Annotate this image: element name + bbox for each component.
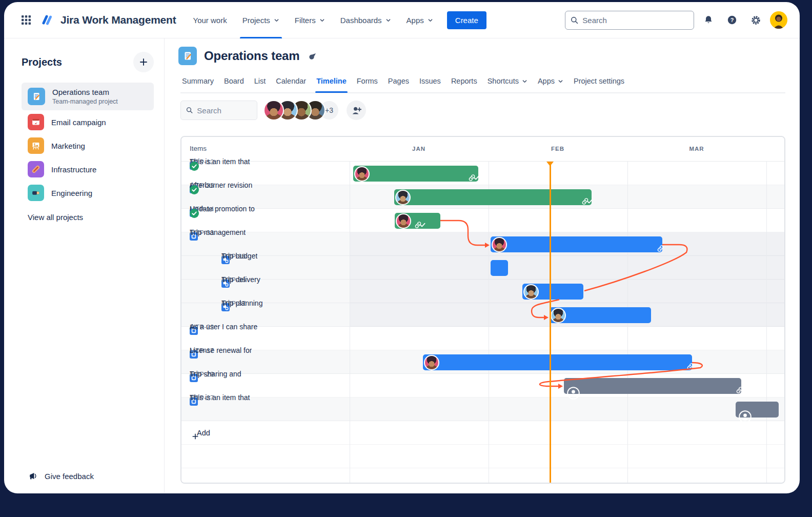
timeline-row-track bbox=[350, 256, 784, 280]
gantt-bar-mtp-29-9[interactable] bbox=[564, 378, 741, 394]
timeline-row-track bbox=[350, 397, 784, 421]
board-search-input[interactable] bbox=[197, 106, 252, 115]
issue-summary: Trip sharing and bbox=[190, 370, 241, 378]
timeline-toolbar: +3 bbox=[180, 101, 366, 120]
nav-item-apps[interactable]: Apps bbox=[399, 2, 441, 38]
sidebar-item-infrastructure[interactable]: Infrastructure bbox=[22, 157, 154, 181]
project-name: Infrastructure bbox=[51, 165, 96, 174]
sidebar-item-email-campaign[interactable]: Email campaign bbox=[22, 110, 154, 134]
board-search bbox=[180, 101, 257, 120]
row-mtp-33-3[interactable]: MTP-33Trip management bbox=[181, 232, 350, 256]
navbar-right: ? bbox=[565, 11, 787, 30]
gantt-bar-mtp-27-10[interactable] bbox=[736, 402, 779, 417]
app-switcher-icon[interactable] bbox=[19, 13, 33, 27]
global-search-input[interactable] bbox=[582, 16, 688, 25]
project-header: Operations team bbox=[178, 47, 317, 65]
tab-timeline[interactable]: Timeline bbox=[311, 74, 352, 88]
issue-summary: Trip planning bbox=[221, 299, 262, 307]
row-mtp-36-5[interactable]: MTP-36Trip delivery bbox=[181, 280, 350, 303]
rename-pen-icon[interactable] bbox=[309, 52, 317, 61]
project-subtitle: Team-managed project bbox=[52, 98, 118, 105]
column-divider bbox=[350, 137, 350, 483]
nav-item-dashboards[interactable]: Dashboards bbox=[333, 2, 399, 38]
gantt-bar-mtp-12-0[interactable] bbox=[353, 166, 478, 182]
tab-label: Shortcuts bbox=[488, 77, 519, 85]
add-project-button[interactable] bbox=[133, 52, 154, 72]
nav-item-projects[interactable]: Projects bbox=[235, 2, 287, 38]
hotdog-icon bbox=[28, 161, 44, 177]
project-tabs: SummaryBoardListCalendarTimelineFormsPag… bbox=[177, 74, 630, 88]
chevron-down-icon bbox=[319, 17, 325, 23]
jira-logo-icon[interactable] bbox=[40, 13, 53, 27]
gantt-bar-mtp-37-6[interactable] bbox=[550, 307, 651, 323]
notifications-icon[interactable] bbox=[699, 11, 718, 29]
assignee-avatar bbox=[396, 191, 410, 204]
avatar[interactable] bbox=[265, 101, 283, 120]
row-mtp-27-10[interactable]: MTP-27This is an item that bbox=[181, 397, 350, 421]
row-mtp-35-4[interactable]: MTP-35Trip budget bbox=[181, 256, 350, 280]
chevron-down-icon bbox=[522, 78, 527, 84]
svg-text:?: ? bbox=[730, 17, 734, 23]
tab-reports[interactable]: Reports bbox=[446, 74, 482, 88]
tab-shortcuts[interactable]: Shortcuts bbox=[482, 74, 533, 88]
tab-label: List bbox=[254, 77, 266, 85]
user-avatar[interactable] bbox=[770, 11, 787, 29]
nav-item-label: Dashboards bbox=[340, 16, 382, 25]
member-avatars: +3 bbox=[265, 101, 338, 120]
search-icon bbox=[571, 16, 578, 25]
assignee-avatar bbox=[552, 309, 565, 322]
sidebar-item-operations-team[interactable]: Operations teamTeam-managed project bbox=[22, 83, 154, 110]
sidebar-item-engineering[interactable]: Engineering bbox=[22, 181, 154, 205]
battery-icon bbox=[28, 185, 44, 201]
give-feedback-button[interactable]: Give feedback bbox=[29, 471, 94, 481]
projects-sidebar: Projects Operations teamTeam-managed pro… bbox=[4, 38, 165, 493]
tab-summary[interactable]: Summary bbox=[177, 74, 219, 88]
issue-summary: License renewal for bbox=[190, 346, 252, 354]
app-window: Jira Work Management Your workProjectsFi… bbox=[4, 2, 800, 493]
gantt-bar-mtp-36-5[interactable] bbox=[522, 284, 583, 300]
tab-board[interactable]: Board bbox=[219, 74, 249, 88]
gantt-bar-mtp-35-4[interactable] bbox=[491, 260, 508, 276]
tab-issues[interactable]: Issues bbox=[414, 74, 446, 88]
tab-label: Summary bbox=[182, 77, 214, 85]
main-content: Operations team SummaryBoardListCalendar… bbox=[165, 38, 800, 493]
tab-pages[interactable]: Pages bbox=[383, 74, 414, 88]
assignee-avatar bbox=[524, 285, 538, 299]
nav-item-your-work[interactable]: Your work bbox=[186, 2, 235, 38]
tab-list[interactable]: List bbox=[249, 74, 271, 88]
project-icon bbox=[178, 47, 197, 65]
tab-label: Timeline bbox=[316, 77, 347, 85]
tab-label: Calendar bbox=[276, 77, 306, 85]
project-list: Operations teamTeam-managed project Emai… bbox=[22, 83, 154, 205]
assignee-avatar bbox=[355, 167, 369, 181]
notebook-icon bbox=[28, 88, 45, 105]
tab-project-settings[interactable]: Project settings bbox=[569, 74, 630, 88]
easel-icon bbox=[28, 137, 44, 154]
timeline-row-track bbox=[350, 445, 784, 468]
assignee-avatar bbox=[397, 214, 410, 228]
gantt-bar-mtp-35-1[interactable] bbox=[394, 189, 592, 205]
help-icon[interactable]: ? bbox=[723, 11, 741, 29]
gantt-bar-mtp-17-8[interactable] bbox=[423, 354, 692, 370]
primary-nav: Your workProjectsFiltersDashboardsApps bbox=[186, 2, 441, 38]
add-people-button[interactable] bbox=[347, 101, 366, 120]
product-title[interactable]: Jira Work Management bbox=[60, 14, 176, 26]
tab-apps[interactable]: Apps bbox=[533, 74, 569, 88]
nav-item-label: Your work bbox=[193, 16, 227, 25]
project-name: Email campaign bbox=[51, 118, 106, 127]
create-button[interactable]: Create bbox=[447, 11, 486, 29]
tab-label: Reports bbox=[451, 77, 477, 85]
tab-calendar[interactable]: Calendar bbox=[271, 74, 311, 88]
issue-summary: This is an item that bbox=[190, 393, 250, 402]
add-item-button[interactable]: Add bbox=[181, 421, 350, 445]
today-marker-arrow bbox=[546, 162, 554, 166]
tab-forms[interactable]: Forms bbox=[352, 74, 383, 88]
sidebar-item-marketing[interactable]: Marketing bbox=[22, 134, 154, 157]
gantt-bar-mtp-33-3[interactable] bbox=[491, 236, 662, 252]
gantt-bar-mtp-14-2[interactable] bbox=[395, 213, 440, 229]
view-all-projects-link[interactable]: View all projects bbox=[28, 213, 154, 222]
megaphone-icon bbox=[29, 471, 38, 481]
issue-summary: As a user I can share bbox=[190, 323, 257, 331]
settings-gear-icon[interactable] bbox=[746, 11, 765, 29]
nav-item-filters[interactable]: Filters bbox=[287, 2, 333, 38]
